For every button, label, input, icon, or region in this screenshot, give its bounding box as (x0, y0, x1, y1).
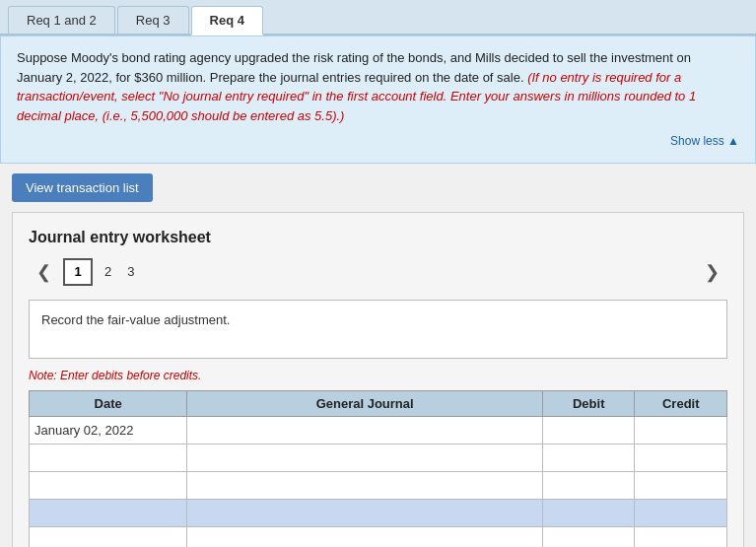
date-input[interactable] (34, 449, 181, 466)
journal-cell (187, 444, 543, 471)
tabs-bar: Req 1 and 2 Req 3 Req 4 (0, 0, 756, 35)
debit-cell (542, 499, 635, 526)
debit-input[interactable] (548, 477, 630, 494)
col-date: Date (30, 390, 187, 416)
page-2[interactable]: 2 (97, 262, 119, 281)
date-input[interactable] (34, 505, 181, 521)
tab-req4[interactable]: Req 4 (191, 6, 263, 35)
page-1[interactable]: 1 (63, 258, 93, 286)
journal-input[interactable] (192, 422, 537, 439)
credit-input[interactable] (640, 449, 722, 466)
journal-cell (187, 499, 543, 526)
debit-cell (542, 526, 635, 547)
tab-req3[interactable]: Req 3 (117, 6, 189, 34)
credit-input[interactable] (640, 422, 722, 439)
table-row (30, 444, 727, 471)
pagination: ❮ 1 2 3 ❯ (29, 258, 727, 286)
show-less-link[interactable]: Show less ▲ (670, 134, 739, 148)
journal-cell (187, 471, 543, 499)
col-debit: Debit (542, 390, 635, 416)
worksheet-title: Journal entry worksheet (29, 229, 727, 246)
col-credit: Credit (635, 390, 727, 416)
debit-input[interactable] (548, 449, 630, 466)
credit-cell (635, 444, 727, 471)
next-page-arrow[interactable]: ❯ (697, 259, 727, 285)
record-description: Record the fair-value adjustment. (29, 300, 727, 359)
instruction-box: Suppose Moody's bond rating agency upgra… (0, 35, 756, 164)
date-cell: January 02, 2022 (30, 416, 187, 444)
debit-cell (542, 471, 635, 499)
show-less-area: Show less ▲ (17, 131, 739, 151)
tab-req12[interactable]: Req 1 and 2 (8, 6, 115, 34)
credit-cell (635, 416, 727, 444)
debit-input[interactable] (548, 422, 630, 439)
table-row: January 02, 2022 (30, 416, 727, 444)
debit-input[interactable] (548, 505, 630, 521)
credit-cell (635, 499, 727, 526)
credit-input[interactable] (640, 505, 722, 521)
journal-cell (187, 526, 543, 547)
debit-input[interactable] (548, 532, 630, 548)
journal-input[interactable] (192, 532, 537, 548)
prev-page-arrow[interactable]: ❮ (29, 259, 59, 285)
credit-input[interactable] (640, 532, 722, 548)
journal-table: Date General Journal Debit Credit Januar… (29, 390, 727, 548)
journal-cell (187, 416, 543, 444)
date-cell (30, 471, 187, 499)
journal-input[interactable] (192, 505, 537, 521)
page-3[interactable]: 3 (119, 262, 142, 281)
journal-input[interactable] (192, 477, 537, 494)
date-cell (30, 499, 187, 526)
debit-cell (542, 416, 635, 444)
date-input[interactable] (34, 477, 181, 494)
date-cell (30, 526, 187, 547)
credit-input[interactable] (640, 477, 722, 494)
table-row (30, 526, 727, 547)
table-row (30, 499, 727, 526)
date-cell (30, 444, 187, 471)
table-row (30, 471, 727, 499)
debit-cell (542, 444, 635, 471)
worksheet-card: Journal entry worksheet ❮ 1 2 3 ❯ Record… (12, 212, 744, 548)
credit-cell (635, 471, 727, 499)
credit-cell (635, 526, 727, 547)
date-input[interactable] (34, 532, 181, 548)
journal-input[interactable] (192, 449, 537, 466)
note-text: Note: Enter debits before credits. (29, 369, 727, 382)
view-transaction-button[interactable]: View transaction list (12, 173, 153, 202)
col-general-journal: General Journal (187, 390, 543, 416)
